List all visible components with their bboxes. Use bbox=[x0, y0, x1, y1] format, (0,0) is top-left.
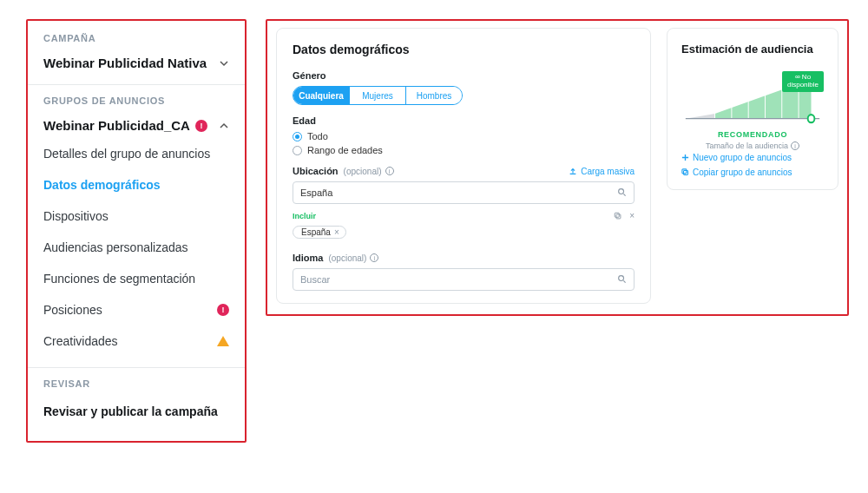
age-label: Edad bbox=[293, 115, 635, 126]
gender-option[interactable]: Cualquiera bbox=[293, 87, 350, 104]
gender-option[interactable]: Mujeres bbox=[350, 87, 406, 104]
chip-label: España bbox=[301, 227, 331, 237]
age-radio-option[interactable]: Rango de edades bbox=[293, 145, 635, 155]
location-input-value: España bbox=[300, 187, 332, 198]
ad-group-nav-list: Detalles del grupo de anunciosDatos demo… bbox=[28, 135, 245, 358]
error-badge-icon bbox=[217, 304, 229, 316]
audience-gauge: ∞ No disponible RECOMENDADO Tamaño de la… bbox=[681, 69, 824, 137]
search-icon bbox=[617, 187, 627, 199]
sidebar-item[interactable]: Datos demográficos bbox=[28, 169, 245, 200]
chevron-down-icon bbox=[219, 58, 229, 69]
svg-rect-9 bbox=[682, 169, 687, 174]
new-ad-group-label: Nuevo grupo de anuncios bbox=[693, 153, 792, 162]
clear-include-icon[interactable]: × bbox=[629, 211, 635, 220]
copy-icon bbox=[681, 168, 689, 176]
search-icon bbox=[617, 274, 627, 286]
gender-option[interactable]: Hombres bbox=[406, 87, 462, 104]
svg-rect-1 bbox=[616, 214, 621, 218]
location-label: Ubicación bbox=[293, 166, 339, 176]
copy-ad-group-label: Copiar grupo de anuncios bbox=[693, 168, 792, 177]
include-label: Incluir bbox=[293, 212, 316, 220]
gender-segmented-control[interactable]: CualquieraMujeresHombres bbox=[293, 86, 463, 105]
location-input[interactable]: España bbox=[293, 181, 635, 204]
language-label: Idioma bbox=[293, 253, 323, 263]
sidebar-item[interactable]: Creatividades bbox=[28, 325, 245, 357]
age-radio-group: TodoRango de edades bbox=[293, 131, 635, 155]
bulk-upload-label: Carga masiva bbox=[581, 167, 635, 176]
svg-marker-4 bbox=[686, 114, 715, 119]
gender-label: Género bbox=[293, 70, 635, 81]
section-label-review: REVISAR bbox=[28, 377, 245, 394]
remove-chip-icon[interactable]: × bbox=[334, 227, 339, 237]
ad-group-row[interactable]: Webinar Publicidad_CA bbox=[28, 111, 245, 135]
sidebar-item[interactable]: Funciones de segmentación bbox=[28, 263, 245, 294]
radio-icon bbox=[293, 132, 302, 141]
sidebar-item[interactable]: Posiciones bbox=[28, 294, 245, 325]
campaign-name: Webinar Publicidad Nativa bbox=[43, 56, 207, 70]
info-icon[interactable]: i bbox=[370, 253, 378, 262]
svg-point-7 bbox=[808, 115, 815, 122]
section-label-campaign: CAMPAÑA bbox=[28, 31, 245, 49]
optional-text: (opcional) bbox=[344, 167, 382, 176]
review-publish-link[interactable]: Revisar y publicar la campaña bbox=[28, 394, 245, 427]
svg-rect-2 bbox=[615, 213, 619, 217]
demographics-title: Datos demográficos bbox=[293, 43, 635, 56]
sidebar-item-label: Creatividades bbox=[43, 334, 118, 348]
sidebar-item-label: Detalles del grupo de anuncios bbox=[43, 147, 210, 161]
demographics-card: Datos demográficos Género CualquieraMuje… bbox=[276, 28, 651, 304]
sidebar-item[interactable]: Detalles del grupo de anuncios bbox=[28, 138, 245, 169]
radio-label: Rango de edades bbox=[307, 145, 383, 155]
optional-text: (opcional) bbox=[328, 253, 366, 263]
chevron-up-icon bbox=[219, 121, 229, 131]
section-label-groups: GRUPOS DE ANUNCIOS bbox=[28, 94, 245, 111]
plus-icon bbox=[681, 154, 689, 161]
sidebar-item-label: Dispositivos bbox=[43, 209, 108, 223]
divider bbox=[28, 367, 245, 368]
copy-ad-group-link[interactable]: Copiar grupo de anuncios bbox=[681, 168, 824, 177]
sidebar-item[interactable]: Dispositivos bbox=[28, 200, 245, 232]
location-chip[interactable]: España × bbox=[293, 226, 346, 239]
radio-label: Todo bbox=[307, 131, 328, 141]
sidebar-item-label: Posiciones bbox=[43, 303, 102, 317]
age-radio-option[interactable]: Todo bbox=[293, 131, 635, 141]
campaign-row[interactable]: Webinar Publicidad Nativa bbox=[28, 49, 245, 76]
sidebar-item-label: Funciones de segmentación bbox=[43, 272, 195, 286]
error-badge-icon bbox=[195, 120, 207, 132]
duplicate-icon[interactable] bbox=[614, 212, 622, 220]
info-icon[interactable]: i bbox=[791, 141, 799, 150]
sidebar-item-label: Audiencias personalizadas bbox=[43, 240, 188, 254]
language-search-input[interactable]: Buscar bbox=[293, 268, 635, 291]
info-icon[interactable]: i bbox=[385, 167, 394, 175]
language-placeholder: Buscar bbox=[300, 274, 330, 285]
upload-icon bbox=[569, 167, 577, 175]
divider bbox=[28, 84, 245, 85]
ad-group-name: Webinar Publicidad_CA bbox=[43, 118, 190, 133]
warning-icon bbox=[217, 336, 229, 346]
sidebar-item-label: Datos demográficos bbox=[43, 178, 161, 192]
audience-estimate-card: Estimación de audiencia ∞ No disponible … bbox=[667, 28, 838, 190]
tag-line-2: disponible bbox=[786, 82, 819, 89]
svg-rect-8 bbox=[684, 171, 688, 175]
main-content-highlight: Datos demográficos Género CualquieraMuje… bbox=[266, 19, 849, 316]
recommended-label: RECOMENDADO bbox=[681, 130, 824, 139]
radio-icon bbox=[293, 146, 302, 155]
svg-point-0 bbox=[619, 188, 624, 194]
audience-title: Estimación de audiencia bbox=[681, 43, 824, 56]
sidebar-item[interactable]: Audiencias personalizadas bbox=[28, 232, 245, 263]
audience-unavailable-tag: ∞ No disponible bbox=[782, 71, 824, 92]
campaign-sidebar: CAMPAÑA Webinar Publicidad Nativa GRUPOS… bbox=[26, 19, 247, 443]
audience-size-label: Tamaño de la audiencia i bbox=[681, 141, 824, 150]
svg-point-3 bbox=[619, 275, 624, 280]
new-ad-group-link[interactable]: Nuevo grupo de anuncios bbox=[681, 153, 824, 162]
bulk-upload-link[interactable]: Carga masiva bbox=[569, 167, 635, 176]
